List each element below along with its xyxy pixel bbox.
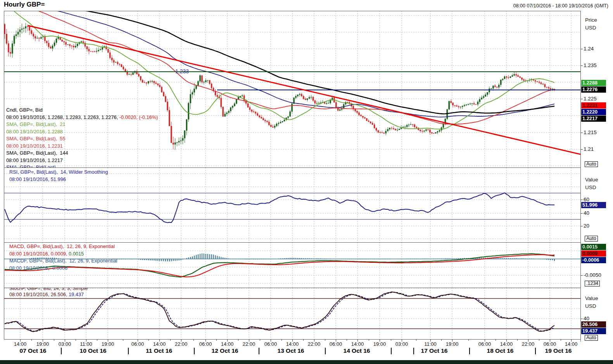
rsi-line (5, 193, 554, 223)
legend-text: 08:00 19/10/2016, 0.0009, (9, 251, 67, 257)
time-minor-tickmark (347, 339, 347, 341)
time-tickmark (550, 339, 550, 342)
time-tick-label: 22:00 (175, 341, 188, 347)
legend-line: 08:00 19/10/2016, 51.996 (9, 177, 66, 183)
time-minor-tickmark (76, 339, 76, 341)
time-minor-tickmark (325, 339, 325, 341)
legend-text: 08:00 19/10/2016, -0.0006 (9, 265, 67, 271)
time-tick-label: 06:00 (330, 341, 342, 347)
sma-21-line (5, 11, 554, 129)
rsi-panel-canvas[interactable] (4, 167, 580, 242)
time-tick-label: 06:00 (544, 341, 556, 347)
legend-line: MACD, GBP=, Bid(Last), 12, 26, 9, Expone… (9, 244, 115, 250)
time-minor-tickmark (369, 339, 369, 341)
legend-line: 08:00 19/10/2016, -0.0006 (9, 266, 67, 271)
time-tick-label: 14:00 (14, 341, 27, 347)
rsi-axis-auto-button[interactable]: Auto (585, 236, 598, 242)
time-minor-tickmark (468, 339, 469, 341)
legend-text: 08:00 19/10/2016, 1.2217 (6, 157, 63, 163)
date-label: 13 Oct 16 (278, 347, 304, 354)
time-tick-label: 14:00 (565, 341, 578, 347)
legend-text: RSI, GBP=, Bid(Last), 14, Wilder Smoothi… (9, 169, 108, 175)
time-tickmark (528, 339, 528, 342)
time-minor-tickmark (216, 339, 217, 341)
price-axis-auto-button[interactable]: Auto (585, 161, 598, 167)
rsi-axis-tick-label: 40 (584, 210, 589, 216)
macd-axis-badge: 0.0009 (581, 250, 606, 257)
price-axis-tickmark (580, 133, 583, 133)
time-tick-label: 06:00 (264, 341, 277, 347)
macd-axis-tickmark (580, 275, 583, 276)
time-minor-tickmark (416, 339, 416, 341)
hline-price-label: 1.233 (175, 68, 189, 74)
macd-axis-format-box[interactable]: .1234 (585, 281, 600, 286)
rsi-axis-tickmark (580, 213, 583, 214)
date-label: 17 Oct 16 (421, 347, 448, 354)
price-axis-tickmark (580, 49, 583, 49)
panel-separator-price-rsi (4, 167, 580, 168)
time-tickmark (314, 339, 314, 342)
price-axis-tick-label: 1.21 (584, 146, 594, 152)
sma-55-line (5, 11, 554, 124)
time-tickmark (430, 339, 431, 342)
time-minor-tickmark (496, 339, 496, 341)
legend-line: SMA, GBP=, Bid(Last), (6, 165, 57, 167)
chart-window: Hourly GBP= 08:00 07/10/2016 - 18:00 19/… (0, 0, 613, 364)
date-separator (469, 348, 470, 354)
time-minor-tickmark (441, 339, 442, 341)
down-candle-wicks (5, 23, 554, 150)
time-minor-tickmark (517, 339, 518, 341)
time-tickmark (292, 339, 293, 342)
date-separator (391, 348, 392, 354)
panel-separator-top (4, 11, 580, 11)
stoch-panel-canvas[interactable] (4, 288, 580, 339)
legend-text: 08:00 19/10/2016, 1.2231 (6, 143, 63, 149)
stoch-axis-auto-button[interactable]: Auto (585, 335, 598, 341)
date-separator (194, 348, 195, 354)
price-axis-badge: 1.2276 (581, 86, 606, 93)
time-minor-tickmark (281, 339, 282, 341)
time-minor-tickmark (54, 339, 54, 341)
time-minor-tickmark (170, 339, 171, 341)
date-label: 19 Oct 16 (545, 347, 572, 354)
time-tickmark (20, 339, 21, 342)
time-tickmark (271, 339, 271, 342)
date-separator (325, 348, 326, 354)
legend-text: SMA, GBP=, Bid(Last), (6, 165, 57, 167)
value-axis-title: USD (585, 303, 596, 309)
value-axis-title: USD (585, 185, 596, 190)
legend-text: 08:00 19/10/2016, 51.996 (9, 176, 66, 182)
time-tickmark (402, 339, 402, 342)
time-minor-tickmark (31, 339, 32, 341)
time-tickmark (357, 339, 358, 342)
time-tick-label: 11:00 (424, 341, 437, 347)
value-axis-title: Price (585, 17, 597, 23)
value-axis-title: Value (585, 177, 598, 183)
bottom-bar (0, 360, 613, 364)
legend-line: 08:00 19/10/2016, 1.2231 (6, 143, 63, 149)
macd-axis-tick-label: -0.0050 (584, 272, 601, 278)
time-tickmark (227, 339, 228, 342)
date-label: 18 Oct 16 (487, 347, 514, 354)
time-tick-label: 22:00 (308, 341, 321, 347)
time-tickmark (86, 339, 86, 342)
price-panel-canvas[interactable] (4, 11, 580, 167)
rsi-axis-tick-label: 20 (584, 223, 589, 229)
time-tickmark (571, 339, 572, 342)
legend-text: SMA, GBP=, Bid(Last), 21 (6, 121, 66, 127)
date-label: 07 Oct 16 (20, 347, 47, 354)
time-minor-tickmark (391, 339, 391, 341)
value-axis-line[interactable] (580, 11, 581, 342)
time-tickmark (249, 339, 249, 342)
price-axis-badge: 1.2217 (581, 116, 606, 122)
sma-navy-line (5, 11, 554, 117)
price-axis-tick-label: 1.215 (584, 129, 597, 135)
legend-line: SMA, GBP=, Bid(Last), 144 (6, 150, 68, 156)
panel-separator-rsi-macd (4, 242, 580, 243)
macd-axis-badge: 0.0015 (581, 244, 606, 250)
date-range-label: 08:00 07/10/2016 - 18:00 19/10/2016 (GMT… (513, 3, 608, 9)
time-tickmark (65, 339, 65, 342)
value-axis-title: USD (585, 25, 596, 31)
macd-signal-line (5, 254, 554, 277)
time-tick-label: 14:00 (221, 341, 234, 347)
